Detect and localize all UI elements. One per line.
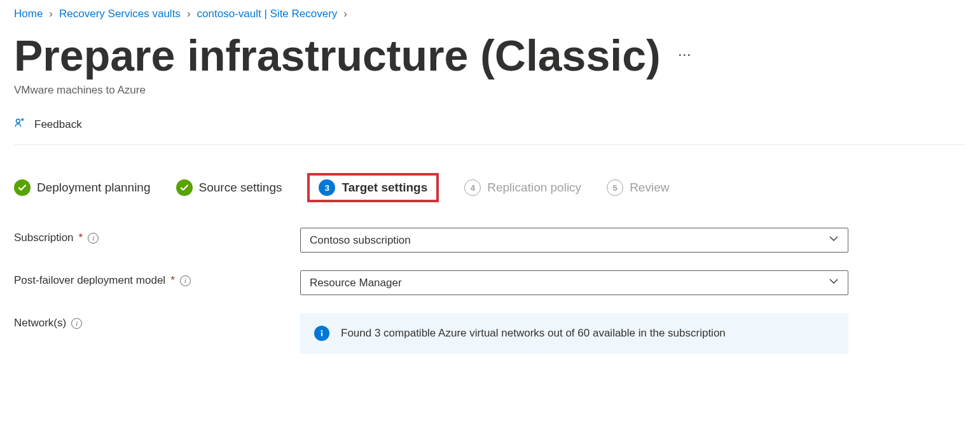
chevron-down-icon <box>829 233 839 247</box>
networks-info-banner: Found 3 compatible Azure virtual network… <box>300 313 848 354</box>
breadcrumb-vaults[interactable]: Recovery Services vaults <box>59 8 181 20</box>
toolbar: Feedback <box>14 116 966 145</box>
subscription-select[interactable]: Contoso subscription <box>300 228 848 253</box>
page-title-row: Prepare infrastructure (Classic) ··· <box>14 31 966 80</box>
banner-text: Found 3 compatible Azure virtual network… <box>341 327 726 340</box>
step-source-settings[interactable]: Source settings <box>176 179 282 196</box>
check-icon <box>14 179 31 196</box>
step-number-icon: 4 <box>464 179 481 196</box>
control-subscription: Contoso subscription <box>300 228 848 253</box>
info-icon <box>314 326 329 341</box>
step-review[interactable]: 5 Review <box>607 179 669 196</box>
step-label: Review <box>630 181 669 195</box>
select-value: Contoso subscription <box>310 234 411 247</box>
required-indicator: * <box>170 274 175 287</box>
label-deployment-model: Post-failover deployment model * i <box>14 270 300 287</box>
control-deployment-model: Resource Manager <box>300 270 848 295</box>
form: Subscription * i Contoso subscription Po… <box>14 228 860 354</box>
feedback-icon <box>14 116 28 133</box>
svg-point-1 <box>321 330 323 332</box>
select-value: Resource Manager <box>310 277 402 289</box>
required-indicator: * <box>79 232 83 244</box>
label-subscription: Subscription * i <box>14 228 300 244</box>
check-icon <box>176 179 193 196</box>
step-label: Deployment planning <box>37 181 151 195</box>
info-icon[interactable]: i <box>88 233 99 244</box>
deployment-model-select[interactable]: Resource Manager <box>300 270 848 295</box>
feedback-label: Feedback <box>34 118 82 131</box>
chevron-right-icon: › <box>343 8 347 20</box>
chevron-down-icon <box>829 276 839 289</box>
step-number-icon: 5 <box>607 179 623 196</box>
info-icon[interactable]: i <box>71 318 82 329</box>
label-text: Network(s) <box>14 317 66 329</box>
chevron-right-icon: › <box>187 8 191 20</box>
breadcrumb-home[interactable]: Home <box>14 8 43 20</box>
svg-rect-2 <box>321 333 322 336</box>
row-networks: Network(s) i Found 3 compatible Azure vi… <box>14 313 860 354</box>
wizard-steps: Deployment planning Source settings 3 Ta… <box>14 173 966 202</box>
page-title: Prepare infrastructure (Classic) <box>14 31 661 80</box>
row-subscription: Subscription * i Contoso subscription <box>14 228 860 253</box>
feedback-button[interactable]: Feedback <box>14 116 82 133</box>
row-deployment-model: Post-failover deployment model * i Resou… <box>14 270 860 295</box>
step-replication-policy[interactable]: 4 Replication policy <box>464 179 581 196</box>
breadcrumb-vault-recovery[interactable]: contoso-vault | Site Recovery <box>197 8 338 20</box>
chevron-right-icon: › <box>49 8 53 20</box>
info-icon[interactable]: i <box>180 275 191 286</box>
breadcrumb: Home › Recovery Services vaults › contos… <box>14 8 966 20</box>
step-number-icon: 3 <box>319 179 335 196</box>
page-subtitle: VMware machines to Azure <box>14 84 966 97</box>
step-target-settings[interactable]: 3 Target settings <box>307 173 439 202</box>
more-actions-button[interactable]: ··· <box>679 49 692 62</box>
svg-point-0 <box>16 119 20 123</box>
label-text: Subscription <box>14 232 74 244</box>
step-label: Target settings <box>342 181 427 195</box>
label-text: Post-failover deployment model <box>14 274 165 287</box>
control-networks: Found 3 compatible Azure virtual network… <box>300 313 848 354</box>
step-label: Replication policy <box>487 181 581 195</box>
step-deployment-planning[interactable]: Deployment planning <box>14 179 151 196</box>
step-label: Source settings <box>199 181 282 195</box>
label-networks: Network(s) i <box>14 313 300 329</box>
